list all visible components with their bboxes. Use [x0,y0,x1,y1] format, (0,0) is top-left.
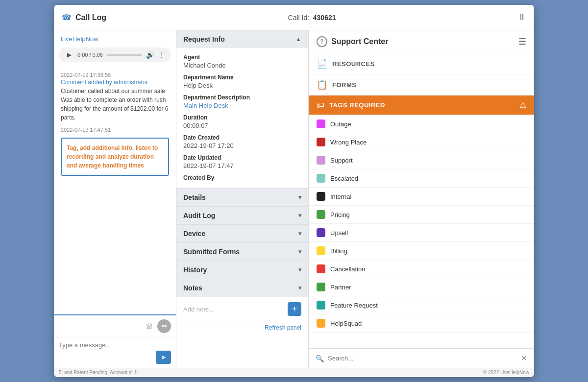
right-header: ? Support Center ☰ [309,30,534,53]
tag-outage[interactable]: Outage [309,115,534,133]
audio-progress-bar[interactable] [107,54,142,56]
pause-icon[interactable]: ⏸ [517,12,526,23]
right-panel: ? Support Center ☰ 📄 RESOURCES 📋 FORMS [309,30,534,368]
call-id-label: Call Id: [288,14,310,22]
resources-icon: 📄 [317,58,327,69]
forms-row[interactable]: 📋 FORMS [309,74,534,96]
field-agent-value: Michael Conde [183,62,301,69]
forms-label: FORMS [332,81,356,89]
field-date-created-label: Date Created [183,134,301,141]
tag-dot-feature-request [317,301,325,310]
device-section-header[interactable]: Device ▾ [176,224,308,242]
tag-label-support: Support [330,157,353,164]
tag-label-outage: Outage [330,120,351,128]
delete-button[interactable]: 🗑 [146,322,153,331]
audio-player: ▶ 0:00 / 0:06 🔊 ⋮ [59,48,171,62]
audio-volume-icon[interactable]: 🔊 [146,51,154,59]
field-duration-label: Duration [183,114,301,121]
details-chevron: ▾ [298,194,301,201]
right-header-left: ? Support Center [317,36,388,47]
notes-section-header[interactable]: Notes ▾ [176,279,308,297]
right-content: 📄 RESOURCES 📋 FORMS 🏷 TAGS REQUIRED ⚠ [309,53,534,348]
field-date-updated-label: Date Updated [183,154,301,161]
request-info-chevron: ▲ [295,36,301,43]
message-input[interactable] [59,341,171,349]
add-note-area: Add note... + [176,297,308,321]
field-dept-label: Department Name [183,74,301,81]
resources-label: RESOURCES [332,60,375,68]
add-note-button[interactable]: + [288,302,301,316]
audio-more-icon[interactable]: ⋮ [158,51,165,59]
tag-label-escalated: Escalated [330,175,358,182]
field-dept-value: Help Desk [183,82,301,89]
tag-label-billing: Billing [330,247,347,255]
footer-bar: 5; and Patent Pending: Account #: 1: © 2… [54,368,534,377]
audio-play-button[interactable]: ▶ [65,50,74,59]
tag-cancellation[interactable]: Cancellation [309,260,534,278]
field-date-created-value: 2022-19-07 17:20 [183,142,301,149]
log-comment-title-1: Comment added by administrator [61,79,169,86]
tag-wrong-place[interactable]: Wrong Place [309,133,534,151]
device-chevron: ▾ [298,230,301,237]
tag-pricing[interactable]: Pricing [309,206,534,224]
footer-left: 5; and Patent Pending: Account #: 1: [59,370,138,375]
content-area: LiveHelpNow ▶ 0:00 / 0:06 🔊 ⋮ 2022-07-19… [54,30,534,368]
log-entries: 2022-07-19 17:39:58 Comment added by adm… [54,67,176,314]
resources-row[interactable]: 📄 RESOURCES [309,53,534,74]
tags-required-row[interactable]: 🏷 TAGS REQUIRED ⚠ [309,96,534,115]
submitted-forms-section-header[interactable]: Submitted Forms ▾ [176,242,308,261]
message-input-area: ➤ [54,337,176,368]
send-icon: ➤ [161,354,166,361]
tag-label-internal: Internal [330,193,351,200]
audio-time: 0:00 / 0:06 [77,52,103,58]
audit-log-chevron: ▾ [298,212,301,219]
search-icon: 🔍 [316,355,324,362]
refresh-link[interactable]: Refresh panel [265,324,301,331]
annotation-text: Tag, add additional info, listen to reco… [67,144,158,169]
support-center-title: Support Center [331,37,388,46]
tag-escalated[interactable]: Escalated [309,169,534,188]
tags-required-label: TAGS REQUIRED [329,101,514,109]
header-title: Call Log [75,13,106,22]
call-id-section: Call Id: 430621 [288,14,336,22]
field-created-by-label: Created By [183,174,301,181]
field-dept-desc-value: Main Help Desk [183,102,301,109]
tag-dot-outage [317,119,325,128]
call-id-value: 430621 [313,14,336,22]
search-clear-icon[interactable]: ✕ [521,354,527,363]
tag-label-cancellation: Cancellation [330,265,366,273]
left-panel-bottom: 🗑 •• [54,314,176,337]
field-agent-label: Agent [183,54,301,61]
more-options-button[interactable]: •• [157,319,171,333]
tag-dot-cancellation [317,264,325,273]
add-note-placeholder[interactable]: Add note... [183,306,214,313]
middle-panel: Request Info ▲ Agent Michael Conde Depar… [176,30,309,368]
tag-label-feature-request: Feature Request [330,302,378,309]
details-section-header[interactable]: Details ▾ [176,188,308,206]
notes-label: Notes [183,284,202,292]
annotation-box: Tag, add additional info, listen to reco… [61,138,169,176]
search-input[interactable] [328,355,517,362]
tag-helpsquad[interactable]: HelpSquad [309,314,534,333]
field-duration-value: 00:00:07 [183,122,301,129]
tag-billing[interactable]: Billing [309,242,534,260]
log-timestamp-1: 2022-07-19 17:39:58 [61,72,169,78]
forms-icon: 📋 [317,79,327,90]
send-button[interactable]: ➤ [156,351,171,364]
tag-dot-wrong-place [317,138,325,146]
audit-log-section-header[interactable]: Audit Log ▾ [176,206,308,224]
tag-dot-billing [317,246,325,255]
tag-support[interactable]: Support [309,151,534,169]
menu-icon[interactable]: ☰ [518,36,526,47]
tag-dot-escalated [317,174,325,183]
history-section-header[interactable]: History ▾ [176,261,308,279]
tag-internal[interactable]: Internal [309,188,534,206]
tag-icon: 🏷 [317,101,324,110]
tag-label-pricing: Pricing [330,211,350,218]
tag-feature-request[interactable]: Feature Request [309,296,534,314]
tag-label-helpsquad: HelpSquad [330,320,362,327]
header-right: ⏸ [517,12,526,23]
request-info-section-header[interactable]: Request Info ▲ [176,30,308,48]
tag-upsell[interactable]: Upsell [309,224,534,242]
tag-partner[interactable]: Partner [309,278,534,296]
